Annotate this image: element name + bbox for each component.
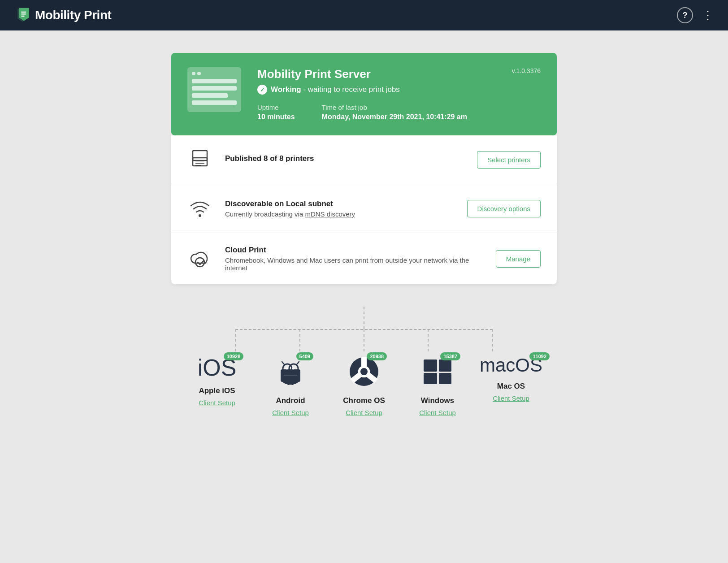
menu-button[interactable]: ⋮	[702, 9, 714, 21]
svg-rect-19	[287, 380, 290, 385]
svg-rect-30	[439, 373, 451, 384]
clients-section: iOS 10928 Apple iOS Client Setup	[171, 298, 557, 421]
mdns-link[interactable]: mDNS discovery	[305, 210, 355, 218]
logo-text: Mobility Print	[35, 8, 111, 22]
discovery-desc: Currently broadcasting via mDNS discover…	[225, 210, 455, 218]
windows-name: Windows	[421, 396, 454, 405]
svg-rect-2	[193, 151, 207, 160]
select-printers-button[interactable]: Select printers	[477, 151, 541, 169]
printers-title: Published 8 of 8 printers	[225, 154, 464, 163]
printers-content: Published 8 of 8 printers	[225, 154, 464, 165]
manage-button[interactable]: Manage	[496, 250, 541, 268]
svg-point-13	[286, 368, 288, 370]
server-version: v.1.0.3376	[512, 67, 541, 74]
papercut-logo-icon	[14, 7, 30, 23]
cloud-title: Cloud Print	[225, 246, 483, 255]
wifi-icon	[187, 197, 212, 220]
printers-card: Published 8 of 8 printers Select printer…	[171, 135, 557, 184]
svg-line-15	[282, 362, 285, 365]
svg-rect-20	[291, 380, 294, 385]
macos-setup-link[interactable]: Client Setup	[493, 394, 529, 402]
svg-rect-28	[439, 359, 451, 372]
status-check-icon: ✓	[257, 85, 267, 95]
cloud-content: Cloud Print Chromebook, Windows and Mac …	[225, 246, 483, 272]
header-actions: ? ⋮	[677, 7, 714, 23]
svg-point-26	[360, 368, 368, 375]
printers-action: Select printers	[477, 151, 541, 169]
info-cards-container: Published 8 of 8 printers Select printer…	[171, 135, 557, 284]
discovery-card: Discoverable on Local subnet Currently b…	[171, 184, 557, 233]
macos-icon-wrapper: macOS 11092	[480, 356, 542, 375]
svg-rect-17	[281, 372, 283, 380]
macos-badge: 11092	[529, 352, 550, 360]
server-info: Mobility Print Server ✓ Working - waitin…	[257, 67, 541, 121]
client-android: 5409 Android Client Setup	[254, 351, 327, 421]
android-logo	[275, 356, 306, 387]
last-job-block: Time of last job Monday, November 29th 2…	[322, 104, 467, 121]
ios-icon-wrapper: iOS 10928	[198, 356, 237, 379]
server-title: Mobility Print Server	[257, 67, 541, 81]
main-content: Mobility Print Server ✓ Working - waitin…	[162, 30, 566, 439]
macos-name: Mac OS	[497, 382, 525, 391]
ios-badge: 10928	[224, 352, 244, 360]
uptime-block: Uptime 10 minutes	[257, 104, 295, 121]
client-chromeos: 20938 Chrome OS Client Setup	[327, 351, 401, 421]
cloud-action: Manage	[496, 250, 541, 268]
svg-line-16	[296, 362, 299, 365]
android-setup-link[interactable]: Client Setup	[272, 409, 309, 416]
connector-horizontal	[207, 329, 521, 351]
android-name: Android	[276, 396, 305, 405]
client-ios: iOS 10928 Apple iOS Client Setup	[180, 351, 254, 421]
windows-logo	[422, 356, 453, 387]
svg-rect-29	[424, 373, 437, 384]
connector-vertical	[171, 307, 557, 329]
server-illustration	[187, 67, 241, 112]
client-macos: macOS 11092 Mac OS Client Setup	[474, 351, 548, 421]
svg-point-14	[292, 368, 295, 370]
chromeos-logo	[348, 356, 380, 387]
svg-point-7	[199, 214, 201, 217]
chromeos-name: Chrome OS	[343, 396, 385, 405]
cloud-icon	[187, 247, 212, 270]
chromeos-icon-wrapper: 20938	[348, 356, 380, 389]
discovery-options-button[interactable]: Discovery options	[467, 200, 541, 217]
ios-name: Apple iOS	[199, 386, 235, 395]
svg-point-8	[195, 258, 204, 267]
cloud-print-card: Cloud Print Chromebook, Windows and Mac …	[171, 233, 557, 284]
printer-icon	[187, 148, 212, 171]
chromeos-setup-link[interactable]: Client Setup	[346, 409, 382, 416]
discovery-action: Discovery options	[467, 200, 541, 217]
discovery-title: Discoverable on Local subnet	[225, 199, 455, 208]
server-status: ✓ Working - waiting to receive print job…	[257, 85, 541, 95]
help-button[interactable]: ?	[677, 7, 693, 23]
windows-badge: 15387	[440, 352, 460, 360]
windows-setup-link[interactable]: Client Setup	[419, 409, 456, 416]
client-windows: 15387 Windows Client Setup	[401, 351, 474, 421]
cloud-desc: Chromebook, Windows and Mac users can pr…	[225, 256, 483, 272]
android-badge: 5409	[296, 352, 313, 360]
discovery-content: Discoverable on Local subnet Currently b…	[225, 199, 455, 218]
ios-setup-link[interactable]: Client Setup	[199, 399, 235, 407]
logo: Mobility Print	[14, 7, 111, 23]
svg-rect-3	[193, 158, 207, 166]
server-meta: Uptime 10 minutes Time of last job Monda…	[257, 104, 541, 121]
android-icon-wrapper: 5409	[275, 356, 306, 389]
windows-icon-wrapper: 15387	[422, 356, 453, 389]
chromeos-badge: 20938	[367, 352, 387, 360]
server-status-card: Mobility Print Server ✓ Working - waitin…	[171, 53, 557, 135]
app-header: Mobility Print ? ⋮	[0, 0, 728, 30]
clients-grid: iOS 10928 Apple iOS Client Setup	[171, 351, 557, 421]
svg-rect-18	[298, 372, 300, 380]
svg-rect-27	[424, 359, 437, 372]
